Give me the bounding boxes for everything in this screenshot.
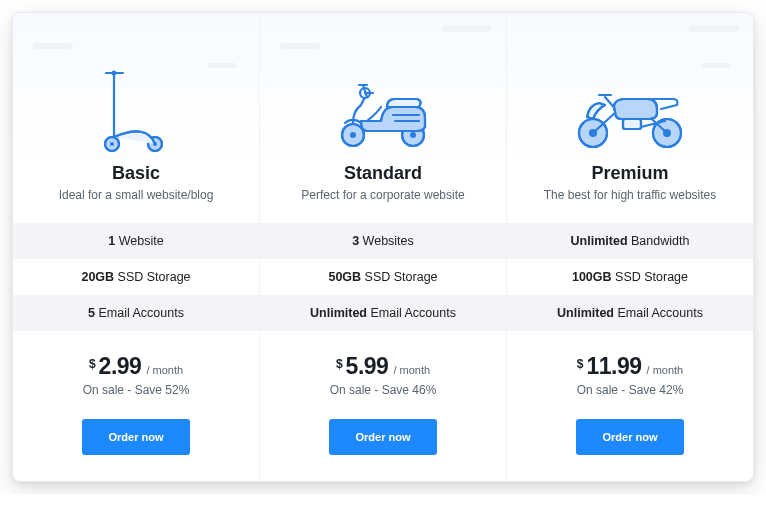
- svg-point-12: [350, 132, 356, 138]
- feature-item: 20GB SSD Storage: [13, 259, 259, 295]
- cta-wrap: Order now: [507, 407, 753, 481]
- order-now-button[interactable]: Order now: [576, 419, 683, 455]
- order-now-button[interactable]: Order now: [329, 419, 436, 455]
- cloud-decoration: [689, 25, 739, 32]
- currency-symbol: $: [89, 357, 96, 371]
- plan-header: Premium The best for high traffic websit…: [507, 13, 753, 223]
- order-now-button[interactable]: Order now: [82, 419, 189, 455]
- price-period: / month: [393, 364, 430, 376]
- plan-title: Standard: [344, 163, 422, 184]
- plan-subtitle: Ideal for a small website/blog: [59, 188, 214, 202]
- feature-item: 5 Email Accounts: [13, 295, 259, 331]
- price-amount: 5.99: [346, 353, 389, 380]
- plan-subtitle: The best for high traffic websites: [544, 188, 717, 202]
- cloud-decoration: [442, 25, 492, 32]
- cta-wrap: Order now: [13, 407, 259, 481]
- price: $ 5.99 / month: [268, 353, 498, 380]
- scooter-icon: [101, 53, 171, 153]
- price-block: $ 2.99 / month On sale - Save 52%: [13, 331, 259, 407]
- feature-list: 3 Websites 50GB SSD Storage Unlimited Em…: [260, 223, 506, 331]
- plan-header: Basic Ideal for a small website/blog: [13, 13, 259, 223]
- price-amount: 11.99: [586, 353, 641, 380]
- pricing-table: Basic Ideal for a small website/blog 1 W…: [12, 12, 754, 482]
- cloud-decoration: [207, 63, 237, 68]
- price: $ 11.99 / month: [515, 353, 745, 380]
- currency-symbol: $: [336, 357, 343, 371]
- price-block: $ 5.99 / month On sale - Save 46%: [260, 331, 506, 407]
- feature-item: Unlimited Email Accounts: [507, 295, 753, 331]
- plan-standard: BEST DEAL: [260, 13, 507, 481]
- feature-item: Unlimited Email Accounts: [260, 295, 506, 331]
- plan-title: Basic: [112, 163, 160, 184]
- feature-item: 1 Website: [13, 223, 259, 259]
- currency-symbol: $: [577, 357, 584, 371]
- feature-list: Unlimited Bandwidth 100GB SSD Storage Un…: [507, 223, 753, 331]
- motorcycle-icon: [565, 53, 695, 153]
- feature-item: 3 Websites: [260, 223, 506, 259]
- moped-icon: [323, 53, 443, 153]
- svg-point-15: [410, 132, 416, 138]
- plan-title: Premium: [591, 163, 668, 184]
- plan-subtitle: Perfect for a corporate website: [301, 188, 464, 202]
- svg-rect-25: [623, 119, 641, 129]
- plan-header: Standard Perfect for a corporate website: [260, 13, 506, 223]
- plan-premium: Premium The best for high traffic websit…: [507, 13, 753, 481]
- sale-text: On sale - Save 42%: [515, 383, 745, 397]
- cloud-decoration: [280, 43, 320, 49]
- feature-list: 1 Website 20GB SSD Storage 5 Email Accou…: [13, 223, 259, 331]
- sale-text: On sale - Save 46%: [268, 383, 498, 397]
- cloud-decoration: [33, 43, 73, 49]
- price-amount: 2.99: [99, 353, 142, 380]
- price: $ 2.99 / month: [21, 353, 251, 380]
- svg-point-6: [110, 142, 114, 146]
- sale-text: On sale - Save 52%: [21, 383, 251, 397]
- feature-item: Unlimited Bandwidth: [507, 223, 753, 259]
- price-period: / month: [146, 364, 183, 376]
- feature-item: 100GB SSD Storage: [507, 259, 753, 295]
- cta-wrap: Order now: [260, 407, 506, 481]
- price-block: $ 11.99 / month On sale - Save 42%: [507, 331, 753, 407]
- cloud-decoration: [701, 63, 731, 68]
- feature-item: 50GB SSD Storage: [260, 259, 506, 295]
- price-period: / month: [647, 364, 684, 376]
- plan-basic: Basic Ideal for a small website/blog 1 W…: [13, 13, 260, 481]
